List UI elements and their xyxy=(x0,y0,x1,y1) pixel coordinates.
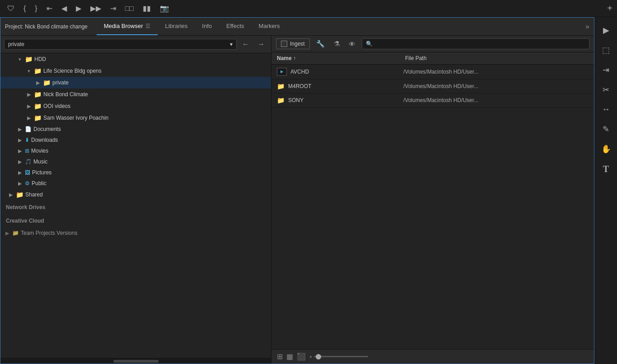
shield-icon[interactable]: 🛡 xyxy=(5,3,17,14)
step-back-icon[interactable]: ◀ xyxy=(59,2,70,14)
tree-item-private[interactable]: ▶ 📁 private xyxy=(0,77,271,89)
tab-info[interactable]: Info xyxy=(195,18,219,35)
tree-label-team: Team Projects Versions xyxy=(21,230,77,236)
search-box[interactable]: 🔍 xyxy=(362,38,589,49)
tree-item-public[interactable]: ▶ ⚙ Public xyxy=(0,178,271,189)
go-in-icon[interactable]: ⇤ xyxy=(44,2,55,14)
file-row-sony[interactable]: 📁 SONY /Volumes/Macintosh HD/User... xyxy=(271,93,594,107)
col-header-name[interactable]: Name ↑ xyxy=(277,55,403,61)
folder-icon-ooi: 📁 xyxy=(34,103,42,110)
tree-item-music[interactable]: ▶ 🎵 Music xyxy=(0,156,271,167)
tree-label-life-science: Life Science Bldg opens xyxy=(43,68,102,74)
tree-item-documents[interactable]: ▶ 📄 Documents xyxy=(0,124,271,135)
file-path-avchd: /Volumes/Macintosh HD/User... xyxy=(403,69,589,75)
ingest-button[interactable]: Ingest xyxy=(276,38,310,49)
tree-item-pictures[interactable]: ▶ 🖼 Pictures xyxy=(0,167,271,178)
zoom-thumb[interactable] xyxy=(316,354,321,359)
icon-view-icon[interactable]: ⬛ xyxy=(297,352,306,361)
folder-icon-movies: ⊞ xyxy=(25,148,29,154)
media-browser-content: private ▾ ← → ▾ 📁 HDD ▾ xyxy=(0,36,594,364)
col-header-path[interactable]: File Path xyxy=(405,55,589,61)
ripple-edit-button[interactable]: ⇥ xyxy=(600,61,612,79)
tab-markers[interactable]: Markers xyxy=(252,18,287,35)
right-tool-panel: ▶ ⬚ ⇥ ✂ ↔ ✎ ✋ T xyxy=(594,17,617,364)
eye-icon[interactable]: 👁 xyxy=(346,39,358,49)
folder-icon-life-science: 📁 xyxy=(34,67,42,75)
wrench-icon[interactable]: 🔧 xyxy=(313,39,327,49)
file-name-avchd: AVCHD xyxy=(290,69,309,75)
mark-out-icon[interactable]: } xyxy=(32,3,40,14)
tree-item-shared[interactable]: ▶ 📁 Shared xyxy=(0,189,271,201)
tree-label-sam: Sam Wasser Ivory Poachin xyxy=(43,115,108,121)
main-container: Project: Nick Bond climate change Media … xyxy=(0,17,617,364)
lift-icon[interactable]: □□ xyxy=(122,3,136,14)
tree-label-hdd: HDD xyxy=(34,56,46,62)
selection-tool-button[interactable]: ▶ xyxy=(600,22,612,39)
folder-icon-sam: 📁 xyxy=(34,114,42,121)
expand-arrow-public: ▶ xyxy=(17,181,23,187)
file-row-m4root[interactable]: 📁 M4ROOT /Volumes/Macintosh HD/User... xyxy=(271,79,594,93)
folder-icon-team: 📁 xyxy=(12,230,19,236)
search-icon: 🔍 xyxy=(366,41,373,47)
tree-item-life-science[interactable]: ▾ 📁 Life Science Bldg opens xyxy=(0,65,271,77)
tab-media-browser[interactable]: Media Browser ☰ xyxy=(97,18,158,35)
forward-button[interactable]: → xyxy=(255,38,267,50)
tree-label-private: private xyxy=(52,79,69,86)
tree-item-nick-bond[interactable]: ▶ 📁 Nick Bond Climate xyxy=(0,89,271,100)
tree-item-sam-wasser[interactable]: ▶ 📁 Sam Wasser Ivory Poachin xyxy=(0,112,271,124)
folder-icon-m4root: 📁 xyxy=(277,83,285,90)
ingest-checkbox[interactable] xyxy=(281,41,287,47)
extract-icon[interactable]: ▮▮ xyxy=(140,2,154,14)
tree-item-hdd[interactable]: ▾ 📁 HDD xyxy=(0,53,271,65)
tree-label-music: Music xyxy=(33,159,47,165)
tree-item-team-projects[interactable]: ▶ 📁 Team Projects Versions xyxy=(0,228,271,238)
list-view-icon[interactable]: ⊞ xyxy=(277,352,283,361)
go-out-icon[interactable]: ⇥ xyxy=(108,2,119,14)
razor-tool-button[interactable]: ✂ xyxy=(600,81,612,98)
tab-effects[interactable]: Effects xyxy=(219,18,252,35)
path-selector[interactable]: private ▾ xyxy=(4,39,237,50)
table-header: Name ↑ File Path xyxy=(271,52,594,65)
filter-icon[interactable]: ⚗ xyxy=(331,39,342,49)
tree-label-downloads: Downloads xyxy=(31,137,58,143)
type-tool-button[interactable]: T xyxy=(600,160,612,178)
rectangle-select-button[interactable]: ⬚ xyxy=(599,42,612,59)
tree-item-movies[interactable]: ▶ ⊞ Movies xyxy=(0,145,271,156)
step-forward-icon[interactable]: ▶▶ xyxy=(88,2,104,14)
folder-icon-pictures: 🖼 xyxy=(25,169,30,176)
pen-tool-button[interactable]: ✎ xyxy=(600,121,612,138)
folder-icon-sony: 📁 xyxy=(277,97,285,104)
tab-libraries[interactable]: Libraries xyxy=(158,18,195,35)
section-network-drives: Network Drives xyxy=(0,201,271,214)
tree-label-shared: Shared xyxy=(25,191,43,198)
expand-arrow-sam: ▶ xyxy=(26,115,32,121)
mark-in-icon[interactable]: { xyxy=(21,3,28,14)
zoom-slider[interactable]: ● xyxy=(309,354,589,359)
tab-overflow-button[interactable]: » xyxy=(585,18,589,35)
folder-icon-music: 🎵 xyxy=(25,159,32,165)
zoom-track[interactable] xyxy=(314,356,368,357)
tab-menu-icon[interactable]: ☰ xyxy=(145,23,150,29)
horizontal-scrollbar[interactable] xyxy=(0,358,271,364)
tree-label-nick-bond: Nick Bond Climate xyxy=(43,91,88,98)
play-icon[interactable]: ▶ xyxy=(73,2,84,14)
add-panel-button[interactable]: + xyxy=(607,3,612,14)
file-tree-panel: private ▾ ← → ▾ 📁 HDD ▾ xyxy=(0,36,271,364)
back-button[interactable]: ← xyxy=(239,38,252,50)
expand-arrow-downloads: ▶ xyxy=(17,137,23,143)
hand-tool-button[interactable]: ✋ xyxy=(598,140,614,158)
tree-label-movies: Movies xyxy=(31,148,48,154)
file-path-m4root: /Volumes/Macintosh HD/User... xyxy=(403,83,589,89)
tree-item-downloads[interactable]: ▶ ⬇ Downloads xyxy=(0,135,271,145)
folder-icon-nick-bond: 📁 xyxy=(34,91,42,98)
thumbnail-view-icon[interactable]: ▦ xyxy=(286,352,293,361)
slip-tool-button[interactable]: ↔ xyxy=(599,101,613,118)
zoom-dot-icon: ● xyxy=(309,354,312,359)
expand-arrow-team: ▶ xyxy=(4,230,10,236)
camera-icon[interactable]: 📷 xyxy=(157,2,172,14)
expand-arrow-shared: ▶ xyxy=(8,192,14,198)
file-name-m4root: M4ROOT xyxy=(288,83,311,89)
file-row-avchd[interactable]: ▶ AVCHD /Volumes/Macintosh HD/User... xyxy=(271,65,594,79)
tree-item-ooi-videos[interactable]: ▶ 📁 OOI videos xyxy=(0,100,271,112)
tree-label-pictures: Pictures xyxy=(32,169,51,176)
